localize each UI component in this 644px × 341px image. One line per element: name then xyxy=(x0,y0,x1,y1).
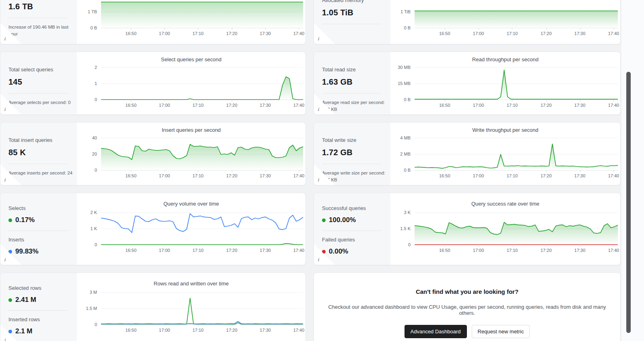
info-icon[interactable]: i xyxy=(318,177,319,183)
stat-label: Allocated memory xyxy=(322,0,382,3)
card-disk-usage: 1.6 TB Increase of 190.46 MB in last hou… xyxy=(0,0,306,44)
stat-value: 99.83% xyxy=(15,247,39,256)
card-write-throughput: Total write size 1.72 GB Average write s… xyxy=(314,122,621,185)
write-throughput-chart: 4 MB2 MB0 B16:5017:0017:1017:2017:3017:4… xyxy=(415,138,618,170)
stats-panel: Total insert queries 85 K Average insert… xyxy=(0,123,77,185)
card-query-success-rate: Successful queries 100.00% Failed querie… xyxy=(314,193,621,265)
corner-fold xyxy=(314,23,335,44)
stat-label: Total insert queries xyxy=(8,137,69,143)
stat-subtext: Average inserts per second: 24 xyxy=(8,170,73,177)
chart-title: Insert queries per second xyxy=(77,127,305,133)
divider xyxy=(8,231,68,231)
divider xyxy=(322,24,382,24)
chart-area: Insert queries per second 4020016:5017:0… xyxy=(77,123,305,185)
info-icon[interactable]: i xyxy=(4,36,6,42)
info-icon[interactable]: i xyxy=(4,177,6,183)
stat-label: Inserted rows xyxy=(8,316,69,322)
card-advanced-cta: Can't find what you are looking for? Che… xyxy=(314,272,621,341)
cta-buttons: Advanced Dashboard Request new metric xyxy=(314,325,620,338)
stat-row: 0.00% xyxy=(322,247,382,256)
stat-value: 100.00% xyxy=(329,216,356,224)
card-select-queries: Total select queries 145 Average selects… xyxy=(0,52,306,115)
scrollbar-thumb[interactable] xyxy=(626,72,631,333)
stat-value: 1.72 GB xyxy=(322,148,382,157)
query-volume-chart: 2 K1 K016:5017:0017:1017:2017:3017:40 xyxy=(101,212,303,245)
disk-usage-chart: 1 TB0 B16:5017:0017:1017:2017:3017:40 xyxy=(101,0,303,28)
chart-title: Read throughput per second xyxy=(390,56,620,62)
cta-content: Can't find what you are looking for? Che… xyxy=(314,273,620,338)
info-icon[interactable]: i xyxy=(318,36,319,42)
info-icon[interactable]: i xyxy=(4,107,6,112)
query-success-chart: 3 K1.5 K016:5017:0017:1017:2017:3017:40 xyxy=(415,212,618,245)
stat-subtext: Average write size per second: 477 KB xyxy=(322,170,386,184)
card-insert-queries: Total insert queries 85 K Average insert… xyxy=(0,122,306,185)
stat-value: 85 K xyxy=(8,148,69,157)
card-allocated-memory: Allocated memory 1.05 TiB i 1 TiB0 B16:5… xyxy=(314,0,621,44)
stat-label: Failed queries xyxy=(322,237,382,243)
stat-label: Total read size xyxy=(322,67,382,73)
stats-panel: Selected rows 2.41 M Inserted rows 2.1 M… xyxy=(0,273,77,341)
info-icon[interactable]: i xyxy=(318,107,319,112)
stat-row: 2.41 M xyxy=(8,296,69,304)
chart-title: Rows read and written over time xyxy=(77,281,305,287)
stat-row: 99.83% xyxy=(8,247,69,256)
stat-row: 100.00% xyxy=(322,216,382,224)
chart-title: Query volume over time xyxy=(77,201,305,207)
divider xyxy=(8,93,68,94)
stat-label: Total select queries xyxy=(8,67,69,73)
allocated-memory-chart: 1 TiB0 B16:5017:0017:1017:2017:3017:40 xyxy=(415,0,618,28)
info-icon[interactable]: i xyxy=(4,257,6,262)
card-read-throughput: Total read size 1.63 GB Average read siz… xyxy=(314,52,621,115)
insert-queries-chart: 4020016:5017:0017:1017:2017:3017:40 xyxy=(101,138,303,170)
stat-value: 2.1 M xyxy=(15,327,33,335)
info-icon[interactable]: i xyxy=(4,338,6,341)
stats-panel: Selects 0.17% Inserts 99.83% i xyxy=(0,193,77,265)
stat-subtext: Increase of 190.46 MB in last hour xyxy=(8,24,73,38)
divider xyxy=(8,164,68,164)
stat-value: 1.05 TiB xyxy=(322,8,382,17)
advanced-dashboard-button[interactable]: Advanced Dashboard xyxy=(405,325,467,338)
stats-panel: Total write size 1.72 GB Average write s… xyxy=(314,123,390,185)
stat-value: 0.17% xyxy=(15,216,35,224)
chart-area: 1 TiB0 B16:5017:0017:1017:2017:3017:40 xyxy=(390,0,620,44)
selects-dot xyxy=(8,218,12,222)
divider xyxy=(322,93,382,94)
chart-area: 1 TB0 B16:5017:0017:1017:2017:3017:40 xyxy=(77,0,305,44)
selected-rows-dot xyxy=(8,298,12,302)
successful-dot xyxy=(322,218,326,222)
chart-area: Rows read and written over time 3 M1.5 M… xyxy=(77,273,305,341)
select-queries-chart: 21016:5017:0017:1017:2017:3017:40 xyxy=(101,67,303,100)
stat-subtext: Average selects per second: 0 xyxy=(8,99,73,106)
chart-area: Query volume over time 2 K1 K016:5017:00… xyxy=(77,193,305,265)
stat-label: Selects xyxy=(8,205,69,211)
stat-value: 1.63 GB xyxy=(322,77,382,87)
chart-area: Read throughput per second 30 MB15 MB0 B… xyxy=(390,52,620,114)
chart-area: Write throughput per second 4 MB2 MB0 B1… xyxy=(390,123,620,185)
info-icon[interactable]: i xyxy=(318,257,319,262)
card-rows-read-written: Selected rows 2.41 M Inserted rows 2.1 M… xyxy=(0,272,306,341)
cta-body: Checkout our advanced dashboard to view … xyxy=(326,304,608,316)
chart-title: Query success rate over time xyxy=(390,201,620,207)
stats-panel: 1.6 TB Increase of 190.46 MB in last hou… xyxy=(0,0,77,44)
read-throughput-chart: 30 MB15 MB0 B16:5017:0017:1017:2017:3017… xyxy=(415,67,618,100)
inserted-rows-dot xyxy=(8,330,12,333)
stat-row: 0.17% xyxy=(8,216,69,224)
divider xyxy=(322,231,382,231)
request-new-metric-button[interactable]: Request new metric xyxy=(472,325,530,338)
chart-area: Query success rate over time 3 K1.5 K016… xyxy=(390,193,620,265)
card-query-volume: Selects 0.17% Inserts 99.83% i Query vol… xyxy=(0,193,306,265)
stat-value: 0.00% xyxy=(329,247,348,256)
chart-title: Write throughput per second xyxy=(390,127,620,133)
stats-panel: Total read size 1.63 GB Average read siz… xyxy=(314,52,390,114)
scrollbar-track xyxy=(621,0,644,341)
cta-heading: Can't find what you are looking for? xyxy=(314,288,620,295)
chart-title: Select queries per second xyxy=(77,56,305,62)
stat-row: 2.1 M xyxy=(8,327,69,335)
stats-panel: Total select queries 145 Average selects… xyxy=(0,52,77,114)
divider xyxy=(322,164,382,164)
stat-label: Total write size xyxy=(322,137,382,143)
stat-subtext: Average read size per second: 452 KB xyxy=(322,99,386,113)
stat-value: 2.41 M xyxy=(15,296,36,304)
stat-label: Selected rows xyxy=(8,285,69,291)
stat-value: 1.6 TB xyxy=(8,2,69,11)
